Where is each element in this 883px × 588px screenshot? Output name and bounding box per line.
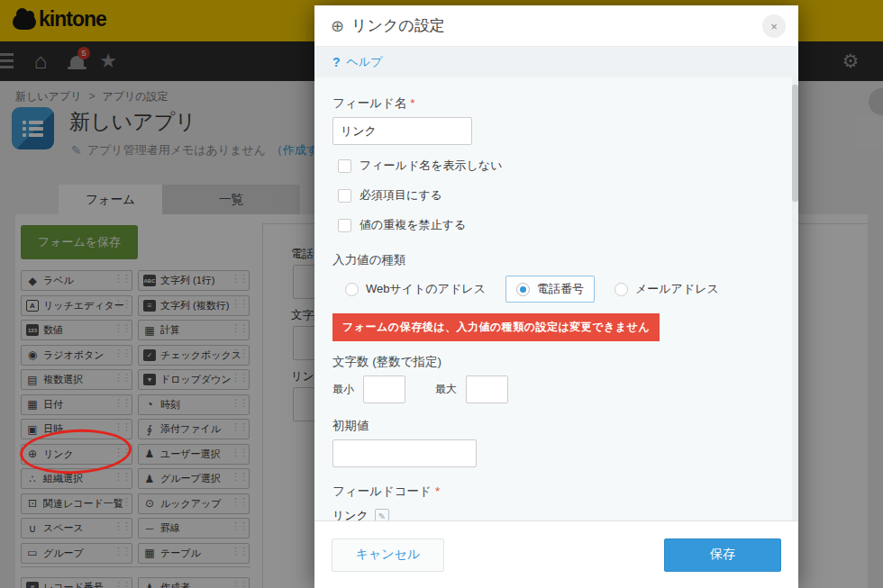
min-label: 最小: [332, 382, 354, 397]
radio-email-address[interactable]: メールアドレス: [607, 276, 726, 302]
dialog-scrollbar[interactable]: [792, 77, 798, 520]
input-type-warning: フォームの保存後は、入力値の種類の設定は変更できません: [332, 313, 660, 341]
dialog-title: リンクの設定: [351, 15, 445, 36]
checkbox-icon[interactable]: [338, 189, 351, 203]
prohibit-duplicates-option[interactable]: 値の重複を禁止する: [338, 216, 780, 234]
radio-icon[interactable]: [345, 283, 359, 296]
scrollbar-thumb[interactable]: [792, 85, 798, 202]
default-value-input[interactable]: [332, 439, 477, 467]
checkbox-icon[interactable]: [338, 159, 351, 173]
max-input[interactable]: [466, 375, 508, 403]
dialog-footer: キャンセル 保存: [314, 520, 798, 588]
help-bar: ? ヘルプ: [314, 47, 798, 77]
close-icon[interactable]: ×: [762, 14, 786, 38]
field-code-value: リンク: [332, 508, 369, 520]
hide-field-name-option[interactable]: フィールド名を表示しない: [338, 157, 780, 175]
char-count-row: 最小 最大: [332, 375, 780, 403]
char-count-label: 文字数 (整数で指定): [332, 354, 780, 370]
field-code-label: フィールドコード*: [332, 484, 780, 500]
required-mark: *: [410, 96, 414, 110]
radio-icon[interactable]: [614, 283, 628, 296]
max-label: 最大: [435, 382, 457, 397]
field-code-row: リンク ✎: [332, 508, 780, 520]
required-option[interactable]: 必須項目にする: [338, 186, 780, 204]
input-type-label: 入力値の種類: [332, 252, 780, 268]
dialog-body: フィールド名* フィールド名を表示しない 必須項目にする 値の重複を禁止する 入…: [314, 77, 798, 520]
min-input[interactable]: [363, 375, 405, 403]
link-settings-dialog: ⊕ リンクの設定 × ? ヘルプ フィールド名* フィールド名を表示しない 必須…: [314, 5, 798, 588]
globe-link-icon: ⊕: [331, 16, 344, 36]
radio-selected-icon[interactable]: [516, 283, 530, 296]
help-link[interactable]: ヘルプ: [347, 54, 383, 70]
checkbox-icon[interactable]: [338, 219, 351, 232]
cancel-button[interactable]: キャンセル: [332, 538, 444, 572]
default-value-label: 初期値: [332, 418, 780, 434]
input-type-radios: Webサイトのアドレス 電話番号 メールアドレス: [338, 276, 780, 303]
radio-web-address[interactable]: Webサイトのアドレス: [338, 276, 493, 302]
field-name-label: フィールド名*: [332, 95, 780, 112]
edit-pencil-icon[interactable]: ✎: [375, 509, 389, 520]
radio-phone-number[interactable]: 電話番号: [505, 276, 595, 303]
required-mark: *: [435, 484, 440, 498]
dialog-header: ⊕ リンクの設定 ×: [314, 5, 798, 47]
field-name-input[interactable]: [332, 117, 472, 145]
help-question-icon: ?: [332, 55, 341, 69]
save-button[interactable]: 保存: [664, 538, 781, 572]
screen: kintone ⌂ 5 ★ ⚙ 新しいアプリ>アプリの設定 新しいアプリ ✎ ア…: [0, 0, 883, 588]
